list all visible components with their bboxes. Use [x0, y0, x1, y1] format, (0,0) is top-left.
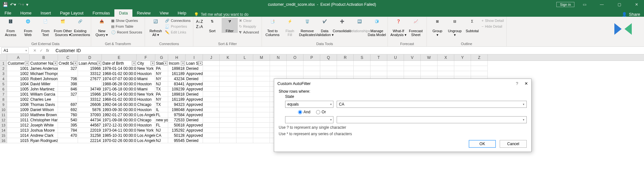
cell[interactable]: 94323	[168, 102, 186, 107]
from-access-button[interactable]: 🗄️From Access	[3, 18, 19, 37]
from-other-button[interactable]: 🗂️From Other Sources ▾	[55, 18, 71, 37]
cell[interactable]	[220, 97, 236, 102]
cell[interactable]	[404, 71, 421, 76]
cell[interactable]: 846	[58, 87, 78, 92]
col-header-S[interactable]: S	[354, 54, 370, 61]
cell[interactable]	[320, 66, 337, 71]
ungroup-button[interactable]: ⊟Ungroup ▾	[447, 18, 463, 37]
filter-dropdown-icon[interactable]: ▾	[53, 61, 57, 65]
select-all-corner[interactable]	[0, 54, 7, 61]
cell[interactable]: Denied	[186, 117, 203, 123]
filter-dropdown-icon[interactable]: ▾	[132, 61, 136, 65]
cell[interactable]: FL	[155, 123, 168, 128]
undo-icon[interactable]: ↶▾	[10, 2, 16, 7]
cell[interactable]	[203, 117, 220, 123]
cell[interactable]: 1012	[7, 123, 30, 128]
col-header-P[interactable]: P	[303, 54, 320, 61]
cell[interactable]: 706	[58, 76, 78, 81]
cell[interactable]	[253, 66, 270, 71]
cell[interactable]: Joshua Moore	[30, 128, 58, 133]
tab-formulas[interactable]: Formulas	[88, 9, 114, 17]
cell[interactable]	[203, 87, 220, 92]
cell[interactable]	[220, 123, 236, 128]
cell[interactable]: 22214	[78, 138, 102, 143]
col-header-M[interactable]: M	[253, 54, 270, 61]
cell[interactable]	[354, 66, 370, 71]
cell[interactable]	[337, 71, 354, 76]
cell[interactable]: 33312	[78, 71, 102, 76]
cell[interactable]: Miami	[137, 76, 155, 81]
cell[interactable]	[270, 66, 287, 71]
cell[interactable]: 327	[58, 92, 78, 97]
tab-view[interactable]: View	[155, 9, 173, 17]
cell[interactable]	[421, 71, 437, 76]
forecast-sheet-button[interactable]: 📈Forecast Sheet	[408, 18, 424, 37]
row-header[interactable]: 16	[0, 138, 7, 143]
cell[interactable]	[236, 87, 253, 92]
filter-dropdown-icon[interactable]: ▾	[97, 61, 101, 65]
cell[interactable]: James Anderson	[30, 66, 58, 71]
cell[interactable]: 50618	[168, 123, 186, 128]
cell[interactable]	[220, 81, 236, 87]
row-header[interactable]: 1	[0, 61, 7, 66]
cell[interactable]	[454, 71, 471, 76]
row-header[interactable]: 12	[0, 117, 7, 123]
cell[interactable]: 189818	[168, 92, 186, 97]
cancel-button[interactable]: Cancel	[500, 140, 527, 148]
recent-sources-button[interactable]: 🕘Recent Sources	[111, 30, 142, 35]
cell[interactable]	[270, 71, 287, 76]
cell[interactable]: NJ	[155, 138, 168, 143]
cell[interactable]	[253, 92, 270, 97]
close-icon[interactable]: ✕	[629, 0, 644, 9]
filter-dropdown-icon[interactable]: ▾	[150, 61, 155, 65]
name-box[interactable]: A1▾	[1, 47, 29, 54]
cell[interactable]: 1970-02-26 00:00:00	[102, 138, 137, 143]
qat-customize-icon[interactable]: ▾	[26, 2, 28, 7]
row-header[interactable]: 15	[0, 133, 7, 138]
tab-insert[interactable]: Insert	[36, 9, 56, 17]
filter-dropdown-icon[interactable]: ▾	[198, 61, 202, 65]
cell[interactable]: Approved	[186, 123, 203, 128]
col-header-O[interactable]: O	[287, 54, 303, 61]
cell[interactable]: 692	[58, 107, 78, 112]
cell[interactable]	[370, 71, 387, 76]
column-header-cell[interactable]: City▾	[137, 61, 155, 66]
col-header-E[interactable]: E	[102, 54, 137, 61]
cell[interactable]: Denied	[186, 66, 203, 71]
cancel-formula-icon[interactable]: ✕	[33, 48, 36, 53]
text-to-columns-button[interactable]: 📑Text to Columns	[264, 18, 281, 37]
cell[interactable]	[454, 66, 471, 71]
cell[interactable]: new york	[155, 117, 168, 123]
cell[interactable]	[421, 66, 437, 71]
col-header-A[interactable]: A	[7, 54, 30, 61]
cell[interactable]: 1974-07-07 00:00:00	[102, 76, 137, 81]
remove-duplicates-button[interactable]: 🗑️Remove Duplicates	[299, 18, 315, 37]
ok-button[interactable]: OK	[469, 140, 496, 148]
cell[interactable]: Denied	[186, 76, 203, 81]
cell[interactable]	[287, 66, 303, 71]
col-header-U[interactable]: U	[387, 54, 404, 61]
cell[interactable]: 1011	[7, 117, 30, 123]
cell[interactable]	[253, 97, 270, 102]
save-icon[interactable]: 💾	[3, 2, 8, 7]
cell[interactable]: Matthew Brown	[30, 112, 58, 117]
col-header-I[interactable]: I	[186, 54, 203, 61]
cell[interactable]: 1004	[7, 81, 30, 87]
col-header-Z[interactable]: Z	[471, 54, 488, 61]
cell[interactable]: 26606	[78, 102, 102, 107]
cell[interactable]	[236, 117, 253, 123]
cell[interactable]: 1971-06-18 00:00:00	[102, 87, 137, 92]
cell[interactable]: IL	[155, 107, 168, 112]
cell[interactable]	[253, 133, 270, 138]
cell[interactable]: 1010	[7, 112, 30, 117]
cell[interactable]	[236, 138, 253, 143]
cell[interactable]: Approved	[186, 107, 203, 112]
cell[interactable]: TX	[155, 102, 168, 107]
row-header[interactable]: 7	[0, 92, 7, 97]
cell[interactable]	[220, 112, 236, 117]
value2-input[interactable]: ▾	[337, 116, 527, 123]
advanced-filter-button[interactable]: ⧨Advanced	[239, 30, 259, 35]
cell[interactable]: Robert Johnson	[30, 76, 58, 81]
cell[interactable]: 1972-12-31 00:00:00	[102, 123, 137, 128]
cell[interactable]: 15966	[78, 92, 102, 97]
